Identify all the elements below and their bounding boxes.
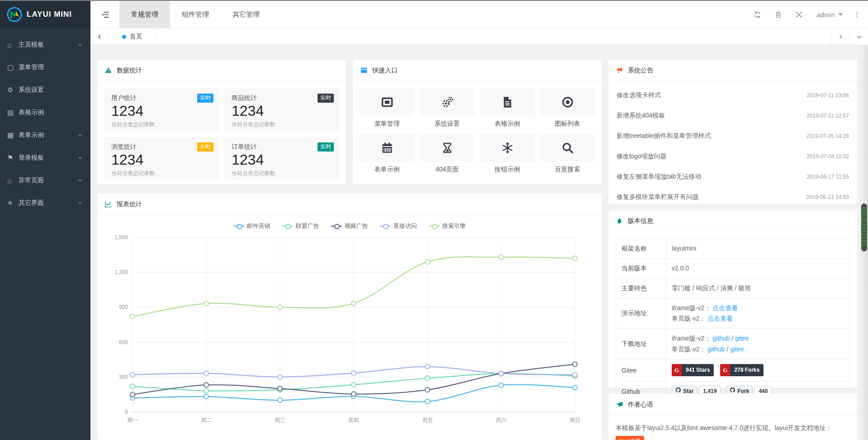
shortcut-label: 404页面 (436, 166, 459, 174)
sidebar-item-1[interactable]: ▢菜单管理 (0, 56, 90, 79)
gitee-badge[interactable]: G941 Stars (672, 364, 714, 377)
brand-logo-icon (6, 6, 23, 23)
notice-row-1[interactable]: 新增系统404模板2019-07-11 12:57 (616, 105, 850, 126)
version-row-value: v2.0.0 (666, 259, 850, 279)
tab-options-icon[interactable] (849, 28, 868, 45)
stat-value: 1234 (232, 103, 332, 119)
file-icon: ▤ (7, 109, 19, 117)
content-right-column: 系统公告 修改选项卡样式2019-07-11 23:06新增系统404模板201… (608, 60, 857, 440)
sidebar-item-4[interactable]: ▦表单示例 (0, 124, 90, 147)
gears-icon: ⚙ (7, 86, 19, 94)
version-row-5: GiteeG941 StarsG278 Forks (616, 359, 850, 381)
gitee-badge-label: 941 Stars (682, 364, 714, 377)
gitee-icon: G (720, 364, 730, 377)
report-card-header: 报表统计 (97, 194, 602, 215)
nav-tab-2[interactable]: 其它管理 (221, 1, 271, 28)
legend-item-4[interactable]: 搜索引擎 (429, 222, 466, 230)
shortcut-2[interactable]: 表格示例 (480, 89, 535, 128)
nav-tab-1[interactable]: 组件管理 (170, 1, 221, 28)
legend-item-3[interactable]: 直接访问 (380, 222, 417, 230)
sidebar-item-0[interactable]: ⌂主页模板 (0, 33, 90, 56)
link-gitee[interactable]: gitee (730, 345, 744, 353)
version-row-0: 框架名称layuimini (616, 239, 850, 259)
notice-text: 修改选项卡样式 (617, 91, 661, 99)
nav-tab-0[interactable]: 常规管理 (119, 1, 170, 28)
fullscreen-icon[interactable] (788, 1, 809, 28)
status-badge: 实时 (197, 142, 213, 151)
shortcuts-card: 快捷入口 菜单管理系统设置表格示例图标列表表单示例404页面按钮示例百度搜索 (353, 60, 602, 185)
notice-text: 修复左侧菜单缩放tab无法移动 (617, 173, 701, 181)
hourglass-icon (420, 134, 474, 161)
shortcut-0[interactable]: 菜单管理 (360, 89, 414, 128)
notice-date: 2019-07-04 11:02 (806, 153, 849, 160)
trash-icon[interactable] (768, 1, 788, 28)
notice-row-0[interactable]: 修改选项卡样式2019-07-11 23:06 (616, 85, 850, 105)
author-card: 作者心语 本模板基于layui2.5.4以及font-awesome-4.7.0… (608, 394, 857, 440)
version-row-value: 零门槛 / 响应式 / 清爽 / 极简 (666, 279, 850, 298)
version-row-2: 主要特色零门槛 / 响应式 / 清爽 / 极简 (616, 279, 850, 298)
legend-item-1[interactable]: 联盟广告 (282, 222, 319, 230)
notice-text: 新增treetable插件和菜单管理样式 (617, 132, 711, 140)
notice-row-3[interactable]: 修改logo缩放问题2019-07-04 11:02 (616, 146, 850, 166)
shortcut-label: 表格示例 (495, 120, 520, 128)
stat-box-2: 浏览统计1234当前分类总记录数实时 (104, 137, 219, 180)
link-点击查看[interactable]: 点击查看 (712, 304, 738, 312)
sidebar-item-2[interactable]: ⚙系统设置 (0, 79, 90, 101)
notice-date: 2019-06-17 11:55 (806, 174, 849, 180)
stat-desc: 当前分类总记录数 (111, 170, 212, 177)
legend-item-2[interactable]: 视频广告 (331, 222, 368, 230)
svg-text:600: 600 (119, 339, 128, 345)
sidebar-item-5[interactable]: ⚑登录模板 (0, 147, 90, 169)
shortcut-4[interactable]: 表单示例 (360, 134, 414, 174)
legend-marker (331, 226, 342, 227)
notice-row-2[interactable]: 新增treetable插件和菜单管理样式2019-07-05 14:28 (616, 126, 850, 146)
tabbar-right-controls (831, 28, 868, 45)
stat-value: 1234 (111, 152, 212, 168)
gitee-badge-label: 278 Forks (730, 364, 764, 377)
tab-home[interactable]: 首页 (109, 28, 156, 45)
refresh-icon[interactable] (747, 1, 768, 28)
scrollbar-thumb[interactable] (861, 203, 867, 251)
shortcut-label: 系统设置 (435, 120, 460, 128)
shortcut-3[interactable]: 图标列表 (540, 89, 595, 128)
shortcut-1[interactable]: 系统设置 (420, 89, 474, 128)
window-icon (360, 89, 414, 116)
shortcut-6[interactable]: 按钮示例 (480, 134, 535, 174)
link-gitee[interactable]: gitee (735, 335, 749, 342)
link-点击查看[interactable]: 点击查看 (707, 315, 733, 322)
tab-scroll-right-icon[interactable] (831, 28, 849, 45)
asterisk-icon: ✳ (7, 199, 19, 207)
legend-item-0[interactable]: 邮件营销 (233, 222, 270, 230)
content-left-column: 数据统计 用户统计1234当前分类总记录数实时商品统计1234当前分类总记录数实… (97, 60, 602, 440)
version-row-label: 框架名称 (616, 239, 666, 259)
link-github[interactable]: github (707, 345, 725, 353)
page-scrollbar[interactable] (860, 45, 868, 440)
shortcut-7[interactable]: 百度搜索 (540, 134, 595, 174)
notice-row-5[interactable]: 修复多模块菜单栏展开有问题2019-06-13 14:53 (616, 187, 850, 207)
svg-text:1,500: 1,500 (114, 234, 128, 241)
link-github[interactable]: github (712, 335, 730, 342)
notice-card-header: 系统公告 (608, 60, 857, 81)
shortcut-5[interactable]: 404页面 (420, 134, 474, 174)
username: admin (816, 11, 835, 19)
shortcuts-grid: 菜单管理系统设置表格示例图标列表表单示例404页面按钮示例百度搜索 (353, 81, 602, 181)
sidebar-item-3[interactable]: ▤表格示例 (0, 101, 90, 124)
sidebar-item-6[interactable]: ⌂异常页面 (0, 169, 90, 192)
brand-logo[interactable]: LAYUI MINI (0, 1, 90, 28)
sidebar-item-label: 菜单管理 (19, 63, 83, 71)
menu-fold-icon[interactable] (90, 1, 119, 28)
sidebar-item-7[interactable]: ✳其它界面 (0, 192, 90, 214)
more-vertical-icon[interactable] (850, 1, 863, 28)
notice-row-4[interactable]: 修复左侧菜单缩放tab无法移动2019-06-17 11:55 (616, 166, 850, 187)
tab-home-label: 首页 (130, 33, 142, 41)
layui-doc-badge[interactable]: layui文档 (616, 436, 644, 440)
legend-label: 联盟广告 (296, 222, 319, 230)
line-chart: 03006009001,2001,500周一周二周三周四周五周六周日 (97, 230, 602, 440)
user-menu[interactable]: admin (809, 11, 850, 19)
tab-scroll-left-icon[interactable] (90, 28, 109, 45)
gitee-badge[interactable]: G278 Forks (720, 364, 764, 377)
stat-label: 商品统计 (232, 94, 332, 102)
svg-text:900: 900 (119, 304, 128, 310)
brand-logo-text: LAYUI MINI (27, 10, 72, 19)
body-row: 数据统计 用户统计1234当前分类总记录数实时商品统计1234当前分类总记录数实… (90, 45, 868, 440)
